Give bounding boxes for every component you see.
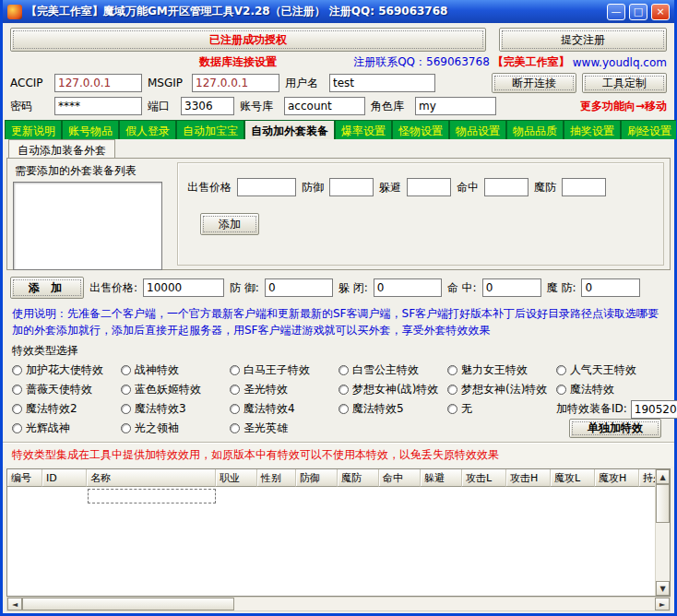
effect-option[interactable]: 圣光特效 [230, 382, 338, 397]
effect-option[interactable]: 无 [447, 401, 556, 417]
table-column-header[interactable]: 躲避 [421, 469, 462, 487]
effect-option[interactable]: 战神特效 [121, 362, 230, 378]
main-tab[interactable]: 自动加宝宝 [176, 120, 244, 139]
db-section-label: 数据库连接设置 [199, 54, 277, 70]
effect-option-label: 魔法特效2 [26, 401, 77, 417]
effect-option[interactable]: 蔷薇天使特效 [12, 382, 121, 397]
table-column-header[interactable]: 名称 [87, 469, 216, 487]
subtab-auto-add-equip[interactable]: 自动添加装备外套 [8, 139, 115, 158]
accip-input[interactable] [54, 74, 142, 92]
scroll-right-button[interactable]: ► [655, 598, 670, 610]
equip-dodge-input[interactable] [407, 178, 451, 196]
table-column-header[interactable]: 魔攻L [551, 469, 595, 487]
effect-option[interactable]: 白雪公主特效 [338, 362, 447, 378]
effect-option[interactable]: 蓝色妖姬特效 [121, 382, 230, 397]
hit-input[interactable] [482, 278, 541, 297]
main-tab-active[interactable]: 自动加外套装备 [244, 120, 335, 139]
main-tab[interactable]: 物品品质 [506, 120, 564, 139]
effect-option[interactable]: 魔法特效 [556, 382, 665, 397]
table-vertical-scrollbar[interactable]: ▲ ▼ [655, 469, 670, 596]
equip-listbox[interactable] [13, 182, 162, 270]
vertical-scroll-track[interactable] [656, 523, 670, 581]
mdef-input[interactable] [581, 278, 640, 297]
effect-option[interactable]: 魔法特效4 [230, 401, 338, 417]
main-add-button[interactable]: 添 加 [10, 277, 84, 299]
defense-input[interactable] [265, 278, 333, 297]
main-tab[interactable]: 账号物品 [62, 120, 119, 139]
effect-option[interactable]: 白马王子特效 [230, 362, 338, 378]
table-horizontal-scrollbar[interactable]: ◄ ► [6, 597, 671, 611]
horizontal-scroll-thumb[interactable] [22, 598, 234, 610]
minimize-button[interactable]: — [607, 4, 625, 20]
table-column-header[interactable]: 攻击H [506, 469, 551, 487]
effect-option[interactable]: 梦想女神(法)特效 [447, 382, 556, 397]
main-tab[interactable]: 更新说明 [5, 120, 62, 139]
scroll-up-button[interactable]: ▲ [656, 469, 670, 484]
table-column-header[interactable]: 职业 [216, 469, 257, 487]
effect-option[interactable]: 梦想女神(战)特效 [338, 382, 447, 397]
scroll-down-button[interactable]: ▼ [656, 581, 670, 596]
price-input[interactable] [143, 278, 224, 297]
table-column-header[interactable]: 持久 [639, 469, 655, 487]
main-add-label: 添 加 [29, 280, 65, 296]
main-tab[interactable]: 物品设置 [449, 120, 506, 139]
equip-mdef-input[interactable] [562, 178, 606, 196]
table-column-header[interactable]: 魔防 [338, 469, 379, 487]
effect-option[interactable]: 光辉战神 [12, 421, 121, 436]
effect-option-label: 魅力女王特效 [461, 362, 528, 378]
table-column-header[interactable]: 魔攻H [595, 469, 639, 487]
effect-id-input[interactable] [631, 400, 677, 419]
radio-icon [12, 385, 22, 395]
effect-option[interactable]: 光之领袖 [121, 421, 230, 436]
equip-add-button[interactable]: 添加 [200, 213, 259, 235]
license-banner-button[interactable]: 已注册成功授权 [10, 28, 486, 52]
maximize-button[interactable]: □ [629, 4, 647, 20]
main-tab[interactable]: 刷经设置 [621, 120, 676, 139]
dodge-input[interactable] [374, 278, 442, 297]
main-tab[interactable]: 爆率设置 [335, 120, 392, 139]
main-tab[interactable]: 假人登录 [119, 120, 176, 139]
studio-url-link[interactable]: www.youdlq.com [573, 56, 667, 69]
table-header-row: 编号 ID 名称 职业 性别 防御 魔防 命中 躲避 攻击L 攻击H 魔攻L 魔… [7, 469, 655, 487]
close-button[interactable]: × [651, 4, 670, 20]
table-column-header[interactable]: 攻击L [462, 469, 506, 487]
tool-customize-button[interactable]: 工具定制 [582, 73, 667, 93]
port-input[interactable] [181, 97, 234, 115]
equip-defense-input[interactable] [329, 178, 374, 196]
effect-option[interactable]: 魔法特效5 [338, 401, 447, 417]
effect-option[interactable]: 魔法特效2 [12, 401, 121, 417]
scroll-left-button[interactable]: ◄ [7, 598, 22, 610]
horizontal-scroll-track[interactable] [234, 598, 655, 610]
effect-option[interactable]: 圣光英雄 [230, 421, 338, 436]
more-features-text[interactable]: 更多功能向→移动 [580, 99, 667, 114]
effect-option[interactable]: 人气天王特效 [556, 362, 665, 378]
equip-list-label: 需要添加的外套装备列表 [15, 163, 170, 179]
username-input[interactable] [329, 74, 435, 92]
table-column-header[interactable]: 编号 [7, 469, 42, 487]
table-column-header[interactable]: 性别 [257, 469, 296, 487]
password-input[interactable] [54, 97, 142, 115]
table-body[interactable] [7, 487, 655, 596]
table-column-header[interactable]: ID [42, 469, 87, 487]
effect-option[interactable]: 加护花大使特效 [12, 362, 121, 378]
table-column-header[interactable]: 命中 [379, 469, 421, 487]
equip-form-fields: 出售价格 防御 躲避 命中 魔防 [187, 178, 654, 196]
account-db-input[interactable] [284, 97, 365, 115]
account-db-label: 账号库 [240, 99, 279, 114]
role-db-input[interactable] [415, 97, 496, 115]
single-effect-button[interactable]: 单独加特效 [569, 419, 661, 438]
msgip-input[interactable] [192, 74, 279, 92]
main-tab[interactable]: 抽奖设置 [564, 120, 621, 139]
equip-add-label: 添加 [219, 217, 241, 232]
radio-icon [230, 385, 240, 395]
equip-hit-input[interactable] [484, 178, 529, 196]
table-column-header[interactable]: 防御 [296, 469, 338, 487]
effect-option[interactable]: 魔法特效3 [121, 401, 230, 417]
equip-price-input[interactable] [237, 178, 296, 196]
effect-option-label: 梦想女神(战)特效 [352, 382, 438, 397]
vertical-scroll-thumb[interactable] [656, 484, 670, 523]
main-tab[interactable]: 怪物设置 [392, 120, 449, 139]
submit-register-button[interactable]: 提交注册 [499, 28, 667, 52]
effect-option[interactable]: 魅力女王特效 [447, 362, 556, 378]
disconnect-button[interactable]: 断开连接 [492, 73, 576, 93]
